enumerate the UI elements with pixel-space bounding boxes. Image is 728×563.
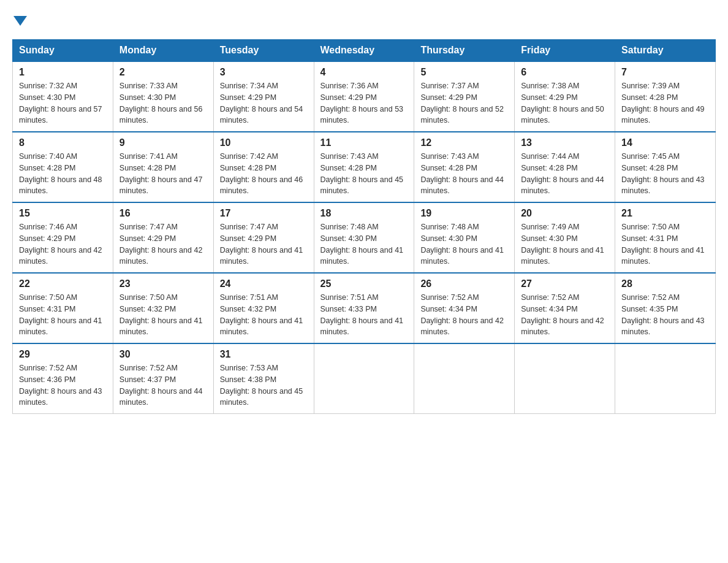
day-number: 8	[19, 137, 107, 148]
day-info: Sunrise: 7:52 AMSunset: 4:34 PMDaylight:…	[420, 293, 504, 336]
day-number: 31	[220, 349, 308, 360]
calendar-week-row: 15 Sunrise: 7:46 AMSunset: 4:29 PMDaylig…	[13, 202, 716, 273]
day-number: 1	[19, 67, 107, 78]
day-info: Sunrise: 7:51 AMSunset: 4:33 PMDaylight:…	[320, 293, 404, 336]
day-info: Sunrise: 7:36 AMSunset: 4:29 PMDaylight:…	[320, 82, 404, 124]
day-info: Sunrise: 7:40 AMSunset: 4:28 PMDaylight:…	[19, 152, 102, 195]
day-number: 16	[119, 208, 207, 219]
calendar-cell: 5 Sunrise: 7:37 AMSunset: 4:29 PMDayligh…	[414, 61, 515, 132]
calendar-cell: 7 Sunrise: 7:39 AMSunset: 4:28 PMDayligh…	[615, 61, 716, 132]
day-info: Sunrise: 7:51 AMSunset: 4:32 PMDaylight:…	[220, 293, 303, 336]
calendar-cell: 6 Sunrise: 7:38 AMSunset: 4:29 PMDayligh…	[515, 61, 615, 132]
day-info: Sunrise: 7:52 AMSunset: 4:37 PMDaylight:…	[119, 364, 203, 407]
day-info: Sunrise: 7:48 AMSunset: 4:30 PMDaylight:…	[320, 223, 404, 266]
calendar-cell: 19 Sunrise: 7:48 AMSunset: 4:30 PMDaylig…	[414, 202, 515, 273]
day-number: 23	[119, 278, 207, 289]
calendar-cell: 27 Sunrise: 7:52 AMSunset: 4:34 PMDaylig…	[515, 273, 615, 343]
day-number: 6	[521, 67, 609, 78]
calendar-cell: 20 Sunrise: 7:49 AMSunset: 4:30 PMDaylig…	[515, 202, 615, 273]
weekday-header-sunday: Sunday	[13, 40, 113, 62]
weekday-header-tuesday: Tuesday	[213, 40, 314, 62]
calendar-cell: 30 Sunrise: 7:52 AMSunset: 4:37 PMDaylig…	[113, 343, 213, 414]
day-info: Sunrise: 7:43 AMSunset: 4:28 PMDaylight:…	[420, 152, 504, 195]
day-number: 27	[521, 278, 609, 289]
weekday-header-monday: Monday	[113, 40, 213, 62]
day-info: Sunrise: 7:50 AMSunset: 4:31 PMDaylight:…	[621, 223, 705, 266]
day-number: 13	[521, 137, 609, 148]
calendar-cell: 16 Sunrise: 7:47 AMSunset: 4:29 PMDaylig…	[113, 202, 213, 273]
calendar-cell: 4 Sunrise: 7:36 AMSunset: 4:29 PMDayligh…	[314, 61, 414, 132]
day-info: Sunrise: 7:49 AMSunset: 4:30 PMDaylight:…	[521, 223, 604, 266]
logo	[12, 12, 27, 27]
calendar-cell: 23 Sunrise: 7:50 AMSunset: 4:32 PMDaylig…	[113, 273, 213, 343]
day-number: 26	[420, 278, 508, 289]
calendar-week-row: 1 Sunrise: 7:32 AMSunset: 4:30 PMDayligh…	[13, 61, 716, 132]
day-number: 12	[420, 137, 508, 148]
calendar-cell: 18 Sunrise: 7:48 AMSunset: 4:30 PMDaylig…	[314, 202, 414, 273]
calendar-cell: 24 Sunrise: 7:51 AMSunset: 4:32 PMDaylig…	[213, 273, 314, 343]
day-number: 25	[320, 278, 408, 289]
calendar-cell: 29 Sunrise: 7:52 AMSunset: 4:36 PMDaylig…	[13, 343, 113, 414]
day-number: 14	[621, 137, 709, 148]
day-number: 21	[621, 208, 709, 219]
day-number: 11	[320, 137, 408, 148]
day-number: 4	[320, 67, 408, 78]
day-info: Sunrise: 7:47 AMSunset: 4:29 PMDaylight:…	[220, 223, 303, 266]
calendar-week-row: 8 Sunrise: 7:40 AMSunset: 4:28 PMDayligh…	[13, 132, 716, 202]
calendar-cell: 9 Sunrise: 7:41 AMSunset: 4:28 PMDayligh…	[113, 132, 213, 202]
day-info: Sunrise: 7:38 AMSunset: 4:29 PMDaylight:…	[521, 82, 604, 124]
day-info: Sunrise: 7:46 AMSunset: 4:29 PMDaylight:…	[19, 223, 102, 266]
day-number: 20	[521, 208, 609, 219]
calendar-cell: 17 Sunrise: 7:47 AMSunset: 4:29 PMDaylig…	[213, 202, 314, 273]
calendar-cell: 10 Sunrise: 7:42 AMSunset: 4:28 PMDaylig…	[213, 132, 314, 202]
day-info: Sunrise: 7:43 AMSunset: 4:28 PMDaylight:…	[320, 152, 404, 195]
calendar-cell: 14 Sunrise: 7:45 AMSunset: 4:28 PMDaylig…	[615, 132, 716, 202]
day-info: Sunrise: 7:52 AMSunset: 4:35 PMDaylight:…	[621, 293, 705, 336]
day-number: 7	[621, 67, 709, 78]
day-info: Sunrise: 7:52 AMSunset: 4:36 PMDaylight:…	[19, 364, 102, 407]
day-number: 15	[19, 208, 107, 219]
calendar-cell	[314, 343, 414, 414]
calendar-cell: 12 Sunrise: 7:43 AMSunset: 4:28 PMDaylig…	[414, 132, 515, 202]
calendar-cell: 2 Sunrise: 7:33 AMSunset: 4:30 PMDayligh…	[113, 61, 213, 132]
day-number: 28	[621, 278, 709, 289]
day-info: Sunrise: 7:48 AMSunset: 4:30 PMDaylight:…	[420, 223, 504, 266]
day-info: Sunrise: 7:53 AMSunset: 4:38 PMDaylight:…	[220, 364, 303, 407]
day-info: Sunrise: 7:47 AMSunset: 4:29 PMDaylight:…	[119, 223, 203, 266]
calendar-cell: 28 Sunrise: 7:52 AMSunset: 4:35 PMDaylig…	[615, 273, 716, 343]
calendar-week-row: 29 Sunrise: 7:52 AMSunset: 4:36 PMDaylig…	[13, 343, 716, 414]
day-info: Sunrise: 7:50 AMSunset: 4:31 PMDaylight:…	[19, 293, 102, 336]
day-number: 17	[220, 208, 308, 219]
calendar-cell: 11 Sunrise: 7:43 AMSunset: 4:28 PMDaylig…	[314, 132, 414, 202]
calendar-cell	[515, 343, 615, 414]
calendar-cell: 31 Sunrise: 7:53 AMSunset: 4:38 PMDaylig…	[213, 343, 314, 414]
day-info: Sunrise: 7:32 AMSunset: 4:30 PMDaylight:…	[19, 82, 102, 124]
calendar-cell: 22 Sunrise: 7:50 AMSunset: 4:31 PMDaylig…	[13, 273, 113, 343]
weekday-header-row: SundayMondayTuesdayWednesdayThursdayFrid…	[13, 40, 716, 62]
day-info: Sunrise: 7:45 AMSunset: 4:28 PMDaylight:…	[621, 152, 705, 195]
day-info: Sunrise: 7:52 AMSunset: 4:34 PMDaylight:…	[521, 293, 604, 336]
calendar-cell: 13 Sunrise: 7:44 AMSunset: 4:28 PMDaylig…	[515, 132, 615, 202]
day-info: Sunrise: 7:37 AMSunset: 4:29 PMDaylight:…	[420, 82, 504, 124]
calendar-cell: 26 Sunrise: 7:52 AMSunset: 4:34 PMDaylig…	[414, 273, 515, 343]
calendar-cell: 8 Sunrise: 7:40 AMSunset: 4:28 PMDayligh…	[13, 132, 113, 202]
day-info: Sunrise: 7:33 AMSunset: 4:30 PMDaylight:…	[119, 82, 203, 124]
calendar-cell: 1 Sunrise: 7:32 AMSunset: 4:30 PMDayligh…	[13, 61, 113, 132]
svg-marker-0	[13, 16, 27, 26]
day-number: 29	[19, 349, 107, 360]
day-info: Sunrise: 7:41 AMSunset: 4:28 PMDaylight:…	[119, 152, 203, 195]
calendar-week-row: 22 Sunrise: 7:50 AMSunset: 4:31 PMDaylig…	[13, 273, 716, 343]
day-number: 22	[19, 278, 107, 289]
day-number: 19	[420, 208, 508, 219]
calendar-table: SundayMondayTuesdayWednesdayThursdayFrid…	[12, 39, 716, 414]
day-number: 18	[320, 208, 408, 219]
day-number: 3	[220, 67, 308, 78]
page-header	[12, 12, 716, 27]
weekday-header-friday: Friday	[515, 40, 615, 62]
day-info: Sunrise: 7:42 AMSunset: 4:28 PMDaylight:…	[220, 152, 303, 195]
calendar-cell: 15 Sunrise: 7:46 AMSunset: 4:29 PMDaylig…	[13, 202, 113, 273]
calendar-cell: 25 Sunrise: 7:51 AMSunset: 4:33 PMDaylig…	[314, 273, 414, 343]
day-info: Sunrise: 7:44 AMSunset: 4:28 PMDaylight:…	[521, 152, 604, 195]
calendar-cell: 21 Sunrise: 7:50 AMSunset: 4:31 PMDaylig…	[615, 202, 716, 273]
day-number: 10	[220, 137, 308, 148]
